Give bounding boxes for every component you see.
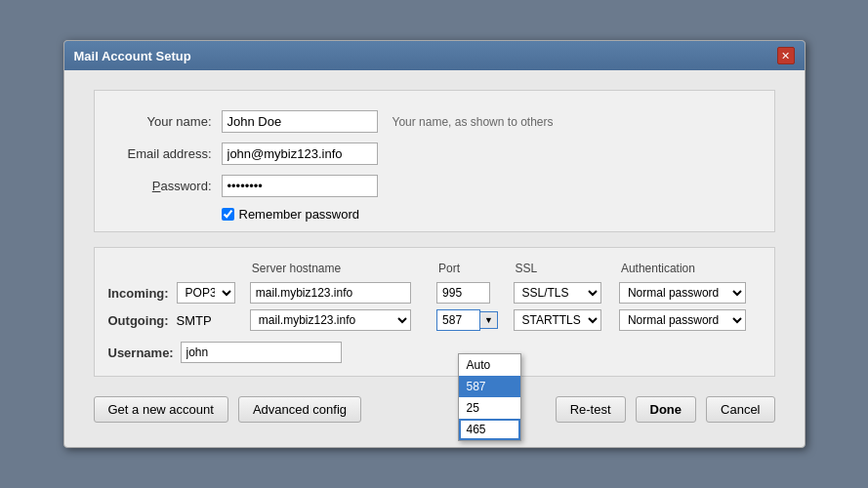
dialog-body: Your name: Your name, as shown to others… — [64, 70, 805, 447]
password-label-text: P — [152, 179, 161, 193]
outgoing-row: Outgoing: SMTP mail.mybiz123.info — [104, 306, 765, 334]
incoming-port-input[interactable] — [436, 282, 490, 304]
header-hostname: Server hostname — [246, 258, 433, 279]
header-empty — [104, 258, 173, 279]
right-buttons: Re-test Done Cancel — [556, 396, 775, 423]
header-empty2 — [173, 258, 246, 279]
port-auto-option[interactable]: Auto — [459, 354, 520, 376]
incoming-protocol-cell: POP3 IMAP — [173, 279, 246, 306]
incoming-auth-cell: Normal password Encrypted password — [615, 279, 765, 306]
left-buttons: Get a new account Advanced config — [94, 396, 362, 423]
button-row: Get a new account Advanced config Re-tes… — [94, 391, 775, 427]
outgoing-hostname-select[interactable]: mail.mybiz123.info — [250, 309, 411, 331]
done-button[interactable]: Done — [636, 396, 697, 423]
name-hint: Your name, as shown to others — [393, 115, 554, 129]
retest-button[interactable]: Re-test — [556, 396, 626, 423]
port-25-option[interactable]: 25 — [459, 397, 520, 419]
remember-row: Remember password — [222, 207, 755, 222]
outgoing-protocol-text: SMTP — [177, 313, 212, 328]
incoming-auth-select[interactable]: Normal password Encrypted password — [619, 282, 746, 304]
dialog-title: Mail Account Setup — [74, 49, 191, 63]
outgoing-port-dropdown-btn[interactable]: ▼ — [480, 311, 498, 329]
mail-account-setup-dialog: Mail Account Setup ✕ Your name: Your nam… — [63, 40, 806, 448]
outgoing-label: Outgoing: — [104, 306, 173, 334]
server-section: Server hostname Port SSL Authentication … — [94, 247, 775, 377]
account-form-section: Your name: Your name, as shown to others… — [94, 90, 775, 232]
outgoing-ssl-cell: STARTTLS SSL/TLS None — [510, 306, 615, 334]
incoming-ssl-cell: SSL/TLS STARTTLS None — [510, 279, 615, 306]
incoming-protocol-select[interactable]: POP3 IMAP — [177, 282, 235, 304]
username-row: Username: — [104, 339, 765, 366]
outgoing-port-cell: ▼ — [433, 306, 509, 334]
name-input[interactable] — [222, 110, 378, 133]
remember-checkbox[interactable] — [222, 208, 234, 221]
incoming-hostname-input[interactable] — [250, 282, 411, 304]
close-button[interactable]: ✕ — [777, 47, 795, 64]
password-label: Password: — [114, 179, 222, 193]
port-dropdown: Auto 587 25 465 — [458, 353, 521, 441]
server-header-row: Server hostname Port SSL Authentication — [104, 258, 765, 279]
outgoing-ssl-select[interactable]: STARTTLS SSL/TLS None — [514, 309, 601, 331]
outgoing-hostname-cell: mail.mybiz123.info — [246, 306, 433, 334]
outgoing-port-wrapper: ▼ — [436, 309, 505, 331]
incoming-hostname-cell — [246, 279, 433, 306]
remember-label: Remember password — [239, 207, 360, 222]
get-account-button[interactable]: Get a new account — [94, 396, 228, 423]
email-input[interactable] — [222, 142, 378, 165]
cancel-button[interactable]: Cancel — [706, 396, 774, 423]
username-label: Username: — [108, 346, 177, 360]
incoming-label: Incoming: — [104, 279, 173, 306]
incoming-row: Incoming: POP3 IMAP — [104, 279, 765, 306]
server-table: Server hostname Port SSL Authentication … — [104, 258, 765, 334]
outgoing-auth-select[interactable]: Normal password Encrypted password — [619, 309, 746, 331]
port-465-option[interactable]: 465 — [459, 419, 520, 440]
outgoing-protocol-cell: SMTP — [173, 306, 246, 334]
header-ssl: SSL — [510, 258, 615, 279]
title-bar: Mail Account Setup ✕ — [64, 41, 805, 70]
username-input[interactable] — [181, 342, 342, 363]
email-row: Email address: — [114, 142, 755, 165]
password-input[interactable] — [222, 175, 378, 197]
name-label: Your name: — [114, 114, 222, 129]
outgoing-auth-cell: Normal password Encrypted password — [615, 306, 765, 334]
incoming-ssl-select[interactable]: SSL/TLS STARTTLS None — [514, 282, 601, 304]
incoming-port-cell — [433, 279, 509, 306]
header-port: Port — [433, 258, 509, 279]
outgoing-port-input[interactable] — [436, 309, 480, 331]
email-label: Email address: — [114, 146, 222, 161]
password-row: Password: — [114, 175, 755, 197]
advanced-config-button[interactable]: Advanced config — [238, 396, 361, 423]
port-587-option[interactable]: 587 — [459, 376, 520, 397]
name-row: Your name: Your name, as shown to others — [114, 110, 755, 133]
header-auth: Authentication — [615, 258, 765, 279]
